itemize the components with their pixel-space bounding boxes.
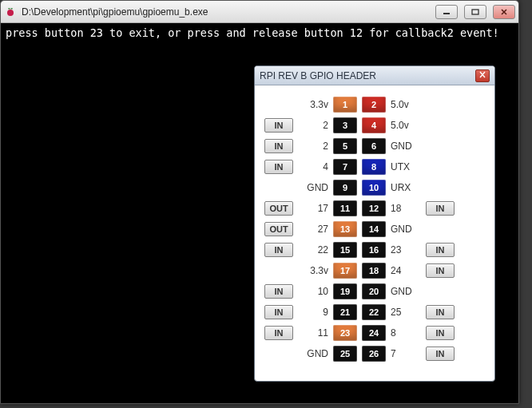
pin-13[interactable]: 13 [333,221,357,237]
minimize-button[interactable] [435,5,458,19]
pin-15[interactable]: 15 [333,242,357,258]
svg-rect-2 [472,10,478,14]
pin-25[interactable]: 25 [333,346,357,362]
pin-8[interactable]: 8 [362,159,386,175]
pin-11[interactable]: 11 [333,200,357,216]
svg-point-0 [7,10,14,16]
pin-21[interactable]: 21 [333,304,357,320]
pin-label-right: 5.0v [391,99,421,110]
io-button-left[interactable]: OUT [264,201,293,216]
pin-17[interactable]: 17 [333,263,357,279]
pin-14[interactable]: 14 [362,221,386,237]
pin-label-right: 24 [391,265,421,276]
gpio-row: IN101920GND [264,283,485,299]
pin-label-left: 3.3v [298,265,328,276]
io-button-right[interactable]: IN [426,347,455,361]
io-button-right[interactable]: IN [426,305,455,319]
raspberry-icon [4,6,17,18]
pin-label-left: 9 [298,307,328,318]
gpio-row: IN2345.0v [264,117,485,133]
pin-label-left: 17 [298,203,328,214]
pin-22[interactable]: 22 [362,304,386,320]
io-button-left[interactable]: IN [264,243,293,257]
svg-rect-1 [443,13,450,14]
pin-5[interactable]: 5 [333,138,357,154]
pin-2[interactable]: 2 [362,97,386,113]
pin-label-right: 5.0v [391,120,421,131]
gpio-pin-grid: 3.3v125.0vIN2345.0vIN256GNDIN478UTXGND91… [255,85,494,381]
io-button-left[interactable]: IN [264,139,293,153]
gpio-close-button[interactable] [475,69,490,82]
io-button-left[interactable]: IN [264,284,293,299]
gpio-row: IN9212225IN [264,304,485,320]
pin-label-right: UTX [391,161,421,172]
pin-label-left: GND [298,182,328,193]
gpio-row: IN22151623IN [264,242,485,258]
gpio-row: GND25267IN [264,346,485,362]
pin-label-left: 4 [298,161,328,172]
io-button-right[interactable]: IN [426,263,455,278]
pin-23[interactable]: 23 [333,325,357,341]
pin-4[interactable]: 4 [362,117,386,133]
io-button-right[interactable]: IN [426,243,455,257]
pin-1[interactable]: 1 [333,97,357,113]
gpio-titlebar[interactable]: RPI REV B GPIO HEADER [255,66,494,85]
io-button-left[interactable]: IN [264,305,293,319]
pin-label-right: 25 [391,307,421,318]
pin-label-right: 23 [391,244,421,255]
pin-label-right: 18 [391,203,421,214]
pin-12[interactable]: 12 [362,200,386,216]
maximize-button[interactable] [464,5,486,19]
pin-label-right: URX [391,182,421,193]
close-button[interactable] [493,5,515,19]
pin-20[interactable]: 20 [362,283,386,299]
pin-label-left: 22 [298,244,328,255]
console-title: D:\Development\pi\gpioemu\gpioemu_b.exe [22,6,429,18]
pin-label-left: 10 [298,286,328,297]
gpio-row: OUT271314GND [264,221,485,237]
gpio-row: IN1123248IN [264,325,485,341]
gpio-window: RPI REV B GPIO HEADER 3.3v125.0vIN2345.0… [254,65,495,382]
pin-label-left: 3.3v [298,99,328,110]
pin-26[interactable]: 26 [362,346,386,362]
pin-9[interactable]: 9 [333,180,357,196]
pin-16[interactable]: 16 [362,242,386,258]
pin-label-left: 11 [298,327,328,339]
gpio-row: 3.3v125.0v [264,97,485,113]
io-button-left[interactable]: IN [264,326,293,340]
io-button-left[interactable]: OUT [264,222,293,236]
pin-label-right: GND [391,224,421,235]
pin-3[interactable]: 3 [333,117,357,133]
gpio-row: IN478UTX [264,159,485,175]
gpio-row: 3.3v171824IN [264,263,485,279]
pin-label-left: GND [298,348,328,359]
pin-label-right: GND [391,141,421,152]
pin-label-right: GND [391,286,421,297]
gpio-title: RPI REV B GPIO HEADER [260,70,475,81]
io-button-right[interactable]: IN [426,201,455,216]
console-titlebar[interactable]: D:\Development\pi\gpioemu\gpioemu_b.exe [1,1,518,23]
pin-18[interactable]: 18 [362,263,386,279]
gpio-row: GND910URX [264,180,485,196]
pin-label-left: 2 [298,120,328,131]
pin-19[interactable]: 19 [333,283,357,299]
io-button-left[interactable]: IN [264,118,293,133]
pin-label-right: 7 [391,348,421,359]
pin-24[interactable]: 24 [362,325,386,341]
pin-10[interactable]: 10 [362,180,386,196]
gpio-row: IN256GND [264,138,485,154]
gpio-row: OUT17111218IN [264,200,485,216]
pin-6[interactable]: 6 [362,138,386,154]
pin-label-left: 27 [298,224,328,235]
io-button-left[interactable]: IN [264,160,293,174]
pin-7[interactable]: 7 [333,159,357,175]
io-button-right[interactable]: IN [426,326,455,340]
pin-label-right: 8 [391,327,421,339]
pin-label-left: 2 [298,141,328,152]
